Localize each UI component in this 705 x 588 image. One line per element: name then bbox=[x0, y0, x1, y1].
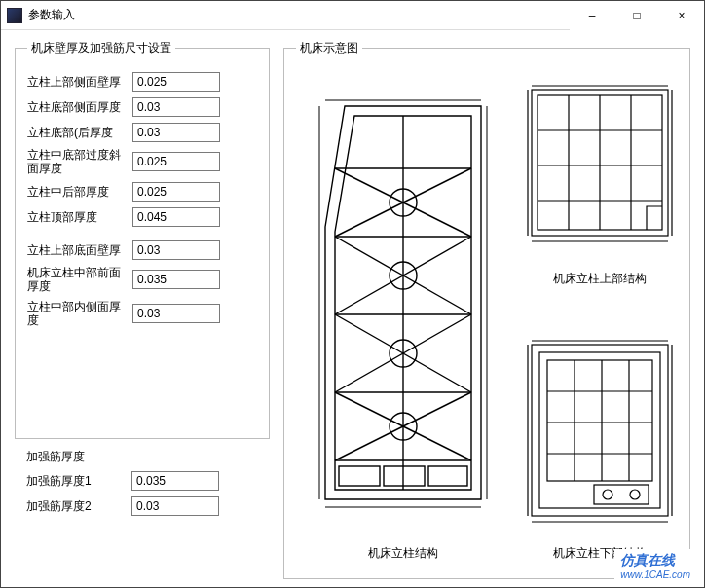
left-column: 机床壁厚及加强筋尺寸设置 立柱上部侧面壁厚 立柱底部侧面厚度 立柱底部(后厚度 bbox=[15, 40, 270, 579]
field-label: 立柱中部内侧面厚度 bbox=[27, 300, 123, 328]
diagram-upper-caption: 机床立柱上部结构 bbox=[522, 271, 678, 319]
diagram-area: 机床立柱上部结构 bbox=[296, 66, 678, 565]
svg-rect-41 bbox=[547, 360, 652, 481]
field-label: 加强筋厚度2 bbox=[26, 499, 122, 513]
diagram-group-legend: 机床示意图 bbox=[296, 40, 362, 56]
machine-column-structure-icon bbox=[306, 91, 501, 519]
field-input-5[interactable] bbox=[132, 207, 220, 227]
watermark-url: www.1CAE.com bbox=[620, 570, 690, 580]
diagram-group: 机床示意图 bbox=[283, 40, 690, 579]
field-label: 立柱上部底面壁厚 bbox=[27, 243, 123, 257]
svg-rect-39 bbox=[532, 345, 668, 516]
rib-input-0[interactable] bbox=[131, 471, 219, 491]
field-label: 立柱上部侧面壁厚 bbox=[27, 75, 123, 89]
close-icon: × bbox=[678, 9, 685, 22]
field-row: 立柱顶部厚度 bbox=[27, 207, 257, 227]
field-row: 加强筋厚度1 bbox=[26, 471, 258, 491]
field-input-8[interactable] bbox=[132, 304, 220, 323]
button-row: 下一步 退出 bbox=[15, 579, 690, 588]
client-area: 机床壁厚及加强筋尺寸设置 立柱上部侧面壁厚 立柱底部侧面厚度 立柱底部(后厚度 bbox=[1, 30, 704, 588]
thickness-group-legend: 机床壁厚及加强筋尺寸设置 bbox=[27, 40, 175, 56]
right-column: 机床示意图 bbox=[283, 40, 690, 579]
machine-column-lower-icon bbox=[522, 335, 678, 530]
app-window: 参数输入 – □ × 机床壁厚及加强筋尺寸设置 立柱上部侧面壁厚 bbox=[0, 0, 705, 588]
field-label: 立柱顶部厚度 bbox=[27, 210, 123, 224]
svg-rect-21 bbox=[384, 466, 425, 486]
field-input-1[interactable] bbox=[132, 97, 220, 117]
window-title: 参数输入 bbox=[28, 7, 75, 23]
svg-rect-20 bbox=[339, 466, 380, 486]
maximize-icon: □ bbox=[633, 9, 640, 22]
minimize-icon: – bbox=[589, 9, 596, 22]
field-row: 立柱上部侧面壁厚 bbox=[27, 72, 257, 92]
field-row: 立柱中后部厚度 bbox=[27, 182, 257, 202]
diagram-main-caption: 机床立柱结构 bbox=[296, 545, 510, 565]
watermark: 仿真在线 www.1CAE.com bbox=[614, 549, 696, 581]
field-label: 立柱底部侧面厚度 bbox=[27, 100, 123, 114]
svg-point-49 bbox=[603, 490, 612, 499]
columns: 机床壁厚及加强筋尺寸设置 立柱上部侧面壁厚 立柱底部侧面厚度 立柱底部(后厚度 bbox=[15, 40, 690, 579]
diagram-main bbox=[296, 70, 510, 539]
field-row: 立柱底部(后厚度 bbox=[27, 123, 257, 142]
diagram-upper bbox=[522, 70, 678, 265]
svg-point-50 bbox=[630, 490, 640, 499]
field-row: 立柱上部底面壁厚 bbox=[27, 240, 257, 260]
maximize-button[interactable]: □ bbox=[614, 1, 659, 30]
field-row: 立柱底部侧面厚度 bbox=[27, 97, 257, 117]
field-row: 加强筋厚度2 bbox=[26, 496, 258, 516]
rib-group: 加强筋厚度 加强筋厚度1 加强筋厚度2 bbox=[15, 445, 270, 550]
rib-input-1[interactable] bbox=[131, 496, 219, 516]
field-label: 立柱中后部厚度 bbox=[27, 185, 123, 199]
field-input-7[interactable] bbox=[132, 270, 220, 289]
field-label: 立柱中底部过度斜面厚度 bbox=[27, 148, 123, 176]
titlebar: 参数输入 – □ × bbox=[1, 1, 704, 30]
field-row: 立柱中底部过度斜面厚度 bbox=[27, 148, 257, 176]
field-label: 加强筋厚度1 bbox=[26, 474, 122, 488]
minimize-button[interactable]: – bbox=[570, 1, 614, 30]
rib-group-heading: 加强筋厚度 bbox=[26, 449, 258, 465]
field-input-0[interactable] bbox=[132, 72, 220, 92]
field-label: 机床立柱中部前面厚度 bbox=[27, 266, 123, 294]
machine-column-upper-icon bbox=[522, 80, 678, 255]
field-row: 机床立柱中部前面厚度 bbox=[27, 266, 257, 294]
field-input-2[interactable] bbox=[132, 123, 220, 142]
field-label: 立柱底部(后厚度 bbox=[27, 126, 123, 139]
field-row: 立柱中部内侧面厚度 bbox=[27, 300, 257, 328]
watermark-brand: 仿真在线 bbox=[620, 552, 675, 568]
field-input-3[interactable] bbox=[132, 152, 220, 171]
field-input-6[interactable] bbox=[132, 240, 220, 260]
app-icon bbox=[7, 8, 22, 23]
field-input-4[interactable] bbox=[132, 182, 220, 202]
thickness-group: 机床壁厚及加强筋尺寸设置 立柱上部侧面壁厚 立柱底部侧面厚度 立柱底部(后厚度 bbox=[15, 40, 270, 439]
diagram-lower bbox=[522, 325, 678, 539]
close-button[interactable]: × bbox=[659, 1, 704, 30]
svg-rect-22 bbox=[428, 466, 467, 486]
